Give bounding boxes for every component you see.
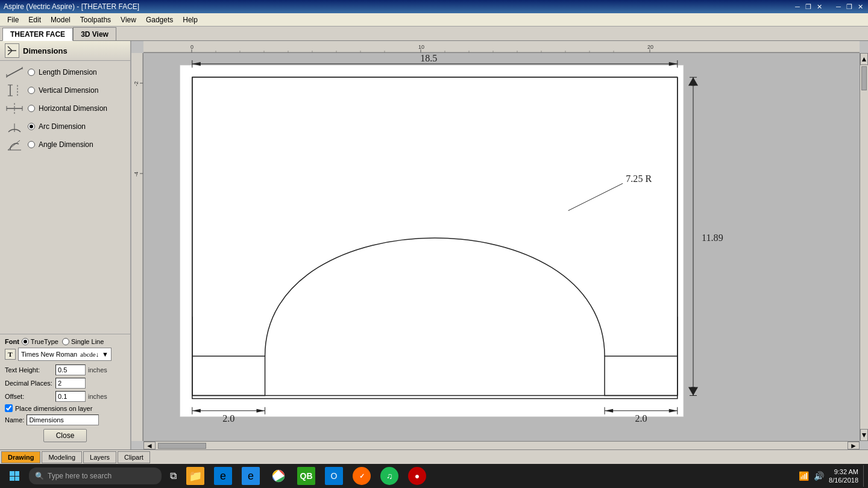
scroll-left-btn[interactable]: ◄	[143, 442, 156, 449]
titlebar-inner-close[interactable]: ✕	[815, 2, 823, 11]
angle-dimension-icon	[5, 137, 24, 152]
taskbar: 🔍 Type here to search ⧉ 📁 e e	[0, 464, 868, 488]
svg-line-1	[8, 46, 12, 51]
singleline-radio[interactable]	[62, 338, 69, 345]
dim-2-right-text: 2.0	[635, 413, 647, 424]
ie-taskbar[interactable]: e	[238, 465, 263, 487]
tab-theater-face[interactable]: THEATER FACE	[2, 28, 73, 41]
tray-show-desktop[interactable]	[863, 465, 866, 487]
titlebar-close[interactable]: ✕	[856, 2, 864, 11]
left-panel: Dimensions Length Dimension	[0, 41, 131, 449]
dim-11-89-text: 11.89	[702, 233, 723, 243]
arc-dimension-radio[interactable]	[28, 123, 35, 130]
system-clock[interactable]: 9:32 AM 8/16/2018	[829, 468, 858, 485]
menu-model[interactable]: Model	[46, 14, 75, 25]
windows-logo	[10, 471, 19, 481]
decimal-places-label: Decimal Places:	[5, 380, 53, 387]
offset-input[interactable]	[55, 391, 86, 402]
angle-dimension-row[interactable]: Angle Dimension	[2, 136, 128, 154]
menu-edit[interactable]: Edit	[24, 14, 46, 25]
svg-text:0: 0	[190, 44, 193, 50]
scroll-down-btn[interactable]: ▼	[860, 429, 868, 441]
unknown-taskbar[interactable]: ●	[404, 465, 430, 487]
tabbar: THEATER FACE 3D View	[0, 27, 868, 41]
place-on-layer-row: Place dimensions on layer	[5, 404, 125, 412]
titlebar-inner-restore[interactable]: ❒	[804, 2, 813, 11]
file-explorer-taskbar[interactable]: 📁	[183, 465, 208, 487]
ie-icon: e	[242, 467, 260, 485]
search-placeholder: Type here to search	[48, 472, 112, 480]
singleline-radio-label[interactable]: Single Line	[62, 338, 104, 345]
length-dimension-icon	[5, 65, 24, 80]
menu-toolpaths[interactable]: Toolpaths	[75, 14, 116, 25]
name-input[interactable]	[27, 414, 99, 425]
outlook-taskbar[interactable]: O	[321, 465, 347, 487]
tab-3d-view[interactable]: 3D View	[73, 27, 116, 40]
bottom-tab-modeling[interactable]: Modeling	[42, 451, 82, 463]
vertical-dimension-row[interactable]: Vertical Dimension	[2, 81, 128, 99]
system-tray: 📶 🔊 9:32 AM 8/16/2018	[799, 465, 866, 487]
edge-taskbar[interactable]: e	[210, 465, 236, 487]
truetype-radio-label[interactable]: TrueType	[22, 338, 58, 345]
svg-marker-76	[688, 77, 698, 86]
quickbooks-taskbar[interactable]: QB	[294, 465, 319, 487]
decimal-places-input[interactable]	[55, 378, 86, 389]
font-row: Font TrueType Single Line	[5, 338, 125, 345]
bottom-tab-clipart[interactable]: Clipart	[118, 451, 150, 463]
scrollbar-bottom[interactable]: ◄ ►	[143, 441, 860, 449]
font-select[interactable]: Times New Roman abcde↓ ▼	[18, 348, 112, 361]
scroll-right-btn[interactable]: ►	[848, 442, 860, 449]
truetype-radio[interactable]	[22, 338, 29, 345]
text-height-input[interactable]	[55, 364, 86, 375]
titlebar-title: Aspire (Vectric Aspire) - [THEATER FACE]	[4, 2, 139, 11]
clock-time: 9:32 AM	[829, 468, 858, 476]
scroll-horiz-thumb[interactable]	[158, 443, 206, 449]
angle-dimension-radio[interactable]	[28, 141, 35, 148]
search-bar[interactable]: 🔍 Type here to search	[29, 468, 162, 484]
menubar: File Edit Model Toolpaths View Gadgets H…	[0, 13, 868, 27]
menu-file[interactable]: File	[2, 14, 24, 25]
spotify-taskbar[interactable]: ♫	[377, 465, 402, 487]
angle-dimension-label: Angle Dimension	[39, 140, 93, 149]
scrollbar-right[interactable]: ▲ ▼	[860, 53, 868, 441]
panel-icon	[5, 43, 19, 58]
horizontal-dimension-row[interactable]: Horizontal Dimension	[2, 99, 128, 117]
svg-text:-4: -4	[133, 172, 139, 177]
antivirus-icon: ✓	[353, 467, 371, 485]
text-height-row: Text Height: inches	[5, 364, 125, 375]
titlebar-buttons: ─ ❒ ✕ ─ ❒ ✕	[793, 2, 864, 11]
place-on-layer-checkbox[interactable]	[5, 404, 13, 412]
arc-dimension-row[interactable]: Arc Dimension	[2, 117, 128, 136]
drawing-canvas[interactable]: 0 10 20	[131, 41, 868, 449]
length-dimension-radio[interactable]	[28, 69, 35, 76]
unknown-icon: ●	[408, 467, 426, 485]
drawing-panel: Length Dimension Vertical Dimension	[0, 61, 130, 334]
vertical-dimension-radio[interactable]	[28, 87, 35, 94]
scroll-up-btn[interactable]: ▲	[860, 53, 868, 65]
dim-7-25r-text: 7.25 R	[626, 174, 652, 184]
menu-gadgets[interactable]: Gadgets	[141, 14, 178, 25]
menu-view[interactable]: View	[116, 14, 141, 25]
panel-header: Dimensions	[0, 41, 130, 61]
antivirus-taskbar[interactable]: ✓	[349, 465, 374, 487]
length-dimension-row[interactable]: Length Dimension	[2, 63, 128, 81]
bottom-tab-layers[interactable]: Layers	[83, 451, 116, 463]
task-view-button[interactable]: ⧉	[166, 465, 180, 487]
titlebar-inner-minimize[interactable]: ─	[793, 2, 802, 11]
titlebar-minimize[interactable]: ─	[834, 2, 843, 11]
bottom-tab-drawing[interactable]: Drawing	[1, 451, 40, 463]
close-button[interactable]: Close	[43, 429, 87, 442]
start-button[interactable]	[2, 465, 27, 487]
titlebar-restore[interactable]: ❒	[845, 2, 854, 11]
clock-date: 8/16/2018	[829, 476, 858, 484]
drawing-svg: 18.5 11.89 7.25 R	[143, 53, 860, 441]
place-on-layer-label[interactable]: Place dimensions on layer	[15, 405, 92, 412]
chrome-taskbar[interactable]	[266, 465, 291, 487]
scroll-thumb[interactable]	[861, 66, 867, 90]
svg-line-3	[7, 68, 22, 77]
menu-help[interactable]: Help	[178, 14, 203, 25]
horizontal-dimension-radio[interactable]	[28, 105, 35, 112]
tray-network-icon: 📶	[799, 471, 809, 481]
horizontal-dimension-icon	[5, 101, 24, 116]
bottom-tabs: Drawing Modeling Layers Clipart	[0, 449, 868, 464]
